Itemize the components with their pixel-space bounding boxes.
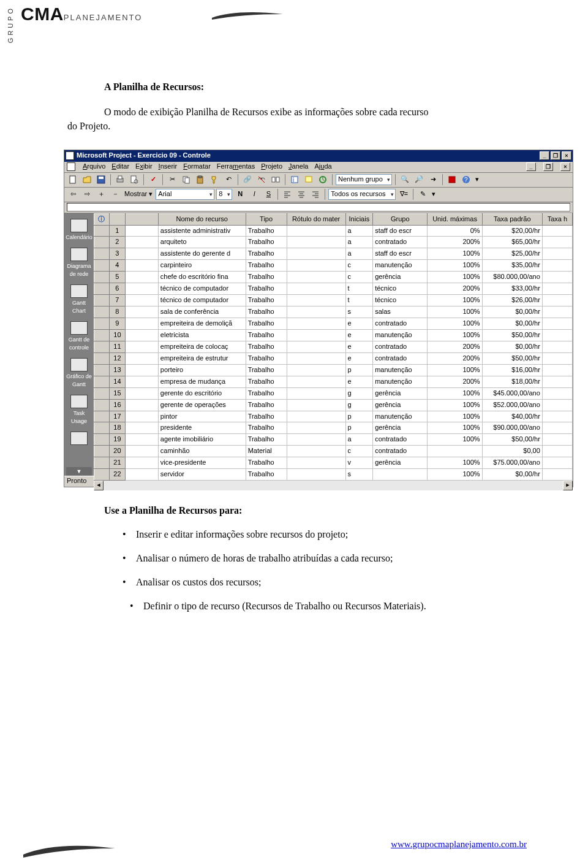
cell[interactable]: manutenção [373, 376, 428, 387]
cell[interactable] [542, 364, 572, 376]
filter-combo[interactable]: Todos os recursos [328, 189, 396, 200]
table-row[interactable]: 4carpinteiroTrabalhocmanutenção100%$35,0… [94, 260, 573, 272]
cell[interactable] [287, 434, 345, 446]
blank-cell[interactable] [126, 272, 159, 283]
blank-cell[interactable] [126, 399, 159, 411]
cell[interactable]: $50,00/hr [482, 352, 542, 364]
cell[interactable] [287, 283, 345, 295]
blank-cell[interactable] [126, 457, 159, 469]
cell[interactable]: arquiteto [158, 237, 246, 248]
table-row[interactable]: 12empreiteira de estruturTrabalhoecontra… [94, 352, 573, 364]
blank-cell[interactable] [126, 422, 159, 434]
row-number[interactable]: 12 [109, 352, 126, 364]
cell[interactable]: Trabalho [246, 318, 287, 330]
cell[interactable]: técnico de computador [158, 295, 246, 306]
menu-arquivo[interactable]: Arquivo [83, 162, 105, 172]
notes-icon[interactable] [303, 173, 315, 186]
table-row[interactable]: 21vice-presidenteTrabalhovgerência100%$7… [94, 457, 573, 469]
row-number[interactable]: 5 [109, 272, 126, 283]
cell[interactable] [542, 318, 572, 330]
cell[interactable]: g [345, 399, 373, 411]
format-painter-icon[interactable] [208, 173, 221, 186]
print-preview-icon[interactable] [128, 173, 140, 186]
table-row[interactable]: 15gerente do escritórioTrabalhoggerência… [94, 387, 573, 399]
mdi-close-button[interactable]: × [560, 162, 570, 171]
cell[interactable] [542, 411, 572, 422]
cell[interactable]: gerência [373, 272, 428, 283]
cell[interactable] [287, 225, 345, 237]
blank-cell[interactable] [126, 225, 159, 237]
cell[interactable]: 100% [428, 411, 482, 422]
cell[interactable]: p [345, 364, 373, 376]
cell[interactable] [542, 457, 572, 469]
cell[interactable] [542, 376, 572, 387]
cell[interactable]: empresa de mudança [158, 376, 246, 387]
cell[interactable] [542, 237, 572, 248]
link-icon[interactable]: 🔗 [241, 173, 254, 186]
font-combo[interactable]: Arial [156, 189, 214, 200]
cell[interactable] [542, 306, 572, 318]
cell[interactable]: gerente de operações [158, 399, 246, 411]
goto-icon[interactable] [317, 173, 329, 186]
nav-fwd-icon[interactable]: ⇨ [81, 188, 93, 200]
view-diagrama-rede[interactable]: Diagrama de rede [66, 246, 92, 283]
view-grafico-gantt[interactable]: Gráfico de Gantt [66, 356, 92, 393]
table-row[interactable]: 20caminhãoMaterialccontratado$0,00 [94, 446, 573, 457]
cell[interactable]: contratado [373, 318, 428, 330]
cell[interactable]: $50,00/hr [482, 434, 542, 446]
cell[interactable]: s [345, 306, 373, 318]
undo-icon[interactable]: ↶ [222, 173, 235, 186]
cell[interactable]: $0,00/hr [482, 318, 542, 330]
cell[interactable]: Trabalho [246, 399, 287, 411]
cell[interactable]: $65,00/hr [482, 237, 542, 248]
cell[interactable]: empreiteira de estrutur [158, 352, 246, 364]
blank-cell[interactable] [126, 283, 159, 295]
cell[interactable]: $80.000,00/ano [482, 272, 542, 283]
cell[interactable]: e [345, 352, 373, 364]
col-header[interactable]: Tipo [246, 213, 287, 225]
toolbar-overflow-icon[interactable]: ▾ [474, 175, 480, 185]
cell[interactable]: Trabalho [246, 364, 287, 376]
cell[interactable]: e [345, 376, 373, 387]
table-row[interactable]: 8sala de conferênciaTrabalhossalas100%$0… [94, 306, 573, 318]
row-number[interactable]: 22 [109, 469, 126, 481]
cell[interactable]: manutenção [373, 364, 428, 376]
cell[interactable] [287, 387, 345, 399]
cell[interactable]: contratado [373, 446, 428, 457]
split-icon[interactable] [270, 173, 282, 186]
cell[interactable]: 100% [428, 295, 482, 306]
cell[interactable]: $35,00/hr [482, 260, 542, 272]
cell[interactable]: 200% [428, 352, 482, 364]
scroll-right-icon[interactable]: ► [563, 481, 573, 490]
cell[interactable]: a [345, 434, 373, 446]
print-icon[interactable] [114, 173, 126, 186]
cell[interactable]: Trabalho [246, 469, 287, 481]
minimize-button[interactable]: _ [540, 151, 549, 160]
table-row[interactable]: 7técnico de computadorTrabalhottécnico10… [94, 295, 573, 306]
col-header[interactable]: Unid. máximas [428, 213, 482, 225]
table-row[interactable]: 13porteiroTrabalhopmanutenção100%$16,00/… [94, 364, 573, 376]
zoom-out-icon[interactable]: 🔎 [413, 173, 425, 186]
table-row[interactable]: 11empreiteira de colocaçTrabalhoecontrat… [94, 341, 573, 352]
blank-cell[interactable] [126, 352, 159, 364]
cell[interactable]: 100% [428, 272, 482, 283]
info-icon[interactable]: i [288, 173, 301, 186]
cell[interactable]: $45.000,00/ano [482, 387, 542, 399]
cell[interactable]: 200% [428, 283, 482, 295]
view-gantt-controle[interactable]: Gantt de controle [66, 319, 92, 356]
blank-cell[interactable] [126, 295, 159, 306]
cell[interactable]: carpinteiro [158, 260, 246, 272]
cell[interactable] [287, 237, 345, 248]
blank-cell[interactable] [126, 387, 159, 399]
cell[interactable] [542, 272, 572, 283]
cell[interactable] [287, 469, 345, 481]
resource-sheet-grid[interactable]: ⓘNome do recursoTipoRótulo do materInici… [94, 213, 573, 476]
cell[interactable]: gerência [373, 457, 428, 469]
horizontal-scrollbar[interactable]: ◄ ► [94, 481, 573, 490]
cell[interactable]: t [345, 295, 373, 306]
cell[interactable]: $90.000,00/ano [482, 422, 542, 434]
nav-back-icon[interactable]: ⇦ [67, 188, 79, 200]
cell[interactable]: Trabalho [246, 376, 287, 387]
unlink-icon[interactable] [255, 173, 268, 186]
row-number[interactable]: 3 [109, 248, 126, 260]
